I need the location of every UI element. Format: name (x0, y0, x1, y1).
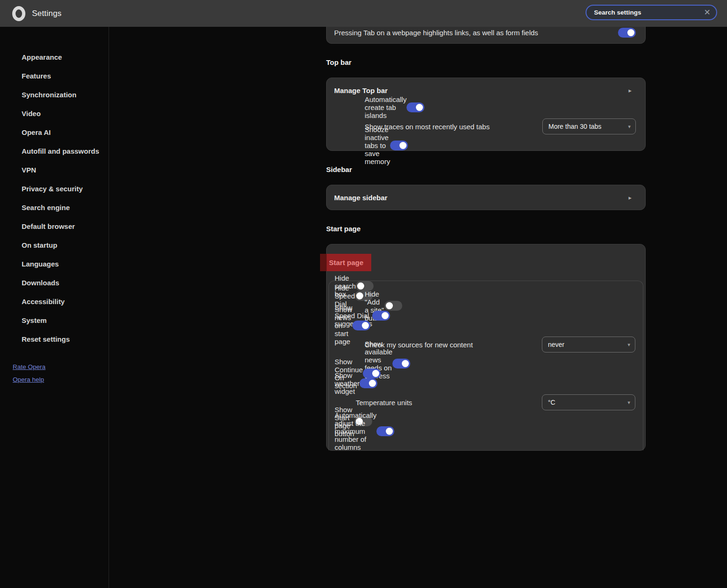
toggle-knob (382, 312, 389, 319)
caret-down-icon: ▾ (627, 400, 630, 406)
toggle-pressing-tab-on-a-webpage-highlights-links-as-well-as-form-fields[interactable] (618, 28, 636, 38)
select-value: More than 30 tabs (548, 123, 628, 130)
sidebar-item-synchronization[interactable]: Synchronization (0, 85, 109, 104)
sidebar-item-default-browser[interactable]: Default browser (0, 217, 109, 235)
sidebar-item-search-engine[interactable]: Search engine (0, 198, 109, 217)
row-manage-sidebar[interactable]: Manage sidebar▸ (327, 185, 645, 210)
toggle-knob (399, 142, 406, 149)
sidebar-item-opera-ai[interactable]: Opera AI (0, 123, 109, 141)
toggle-hide-add-a-site-button[interactable] (384, 301, 402, 311)
row-automatically-adjust-the-maximum-number-of-columns: Automatically adjust the maximum number … (329, 426, 347, 436)
toggle-show-speed-dial-suggestions[interactable] (372, 311, 390, 321)
row-show-news-on-start-page: Show news on start page (329, 321, 347, 330)
card-header-start-page: Start page (327, 244, 645, 281)
clear-search-icon[interactable]: ✕ (700, 8, 711, 16)
settings-search[interactable]: ✕ (586, 5, 717, 20)
sidebar: AppearanceFeaturesSynchronizationVideoOp… (0, 27, 109, 588)
settings-column: Pressing Tab on a webpage highlights lin… (326, 27, 646, 451)
sidebar-item-autofill-and-passwords[interactable]: Autofill and passwords (0, 141, 109, 160)
row-show-weather-widget: Show weather widget (329, 378, 347, 388)
sidebar-nav: AppearanceFeaturesSynchronizationVideoOp… (0, 47, 109, 348)
sidebar-item-languages[interactable]: Languages (0, 254, 109, 273)
page-title: Settings (32, 9, 62, 18)
card-sidebar: Manage sidebar▸ (326, 185, 646, 210)
toggle-show-available-news-feeds-on-address-bar[interactable] (392, 359, 410, 368)
sidebar-item-appearance[interactable]: Appearance (0, 47, 109, 66)
sidebar-item-privacy-security[interactable]: Privacy & security (0, 179, 109, 198)
sidebar-item-vpn[interactable]: VPN (0, 160, 109, 179)
chevron-right-icon: ▸ (628, 194, 632, 201)
toggle-show-continue-on-section[interactable] (363, 368, 381, 378)
sidebar-item-reset-settings[interactable]: Reset settings (0, 329, 109, 348)
toggle-show-weather-widget[interactable] (360, 378, 377, 388)
app-header: Settings ✕ (0, 0, 727, 27)
toggle-automatically-create-tab-islands[interactable] (406, 102, 424, 112)
caret-down-icon: ▾ (627, 342, 630, 348)
row-label: Manage sidebar (334, 194, 628, 202)
toggle-knob (362, 322, 369, 329)
toggle-knob (402, 360, 409, 367)
sidebar-links: Rate OperaOpera help (0, 363, 109, 383)
select-value: never (548, 341, 627, 348)
search-match-highlight: Start page (320, 254, 371, 271)
toggle-automatically-adjust-the-maximum-number-of-columns[interactable] (376, 426, 394, 436)
toggle-snooze-inactive-tabs-to-save-memory[interactable] (390, 141, 408, 150)
card-inner-group: Hide search boxHide Speed DialHide "Add … (328, 281, 643, 450)
chevron-right-icon: ▸ (628, 87, 632, 94)
row-pressing-tab-on-a-webpage-highlights-links-as-well-as-form-fields: Pressing Tab on a webpage highlights lin… (327, 27, 645, 43)
row-label: Automatically adjust the maximum number … (335, 411, 376, 451)
select-value: °C (548, 399, 627, 406)
toggle-knob (357, 282, 364, 290)
row-snooze-inactive-tabs-to-save-memory: Snooze inactive tabs to save memory (327, 141, 344, 150)
select-temperature-units[interactable]: °C▾ (542, 394, 635, 410)
row-label: Snooze inactive tabs to save memory (334, 125, 390, 165)
row-label: Automatically create tab islands (334, 95, 406, 119)
sidebar-item-accessibility[interactable]: Accessibility (0, 292, 109, 311)
link-rate-opera[interactable]: Rate Opera (13, 363, 109, 370)
row-label: Temperature units (335, 399, 542, 407)
row-label: Show weather widget (335, 371, 360, 395)
select-show-traces-on-most-recently-used-tabs[interactable]: More than 30 tabs▾ (542, 118, 636, 134)
link-opera-help[interactable]: Opera help (13, 376, 109, 383)
section-heading-top-bar: Top bar (326, 58, 646, 66)
select-check-my-sources-for-new-content[interactable]: never▾ (542, 337, 635, 353)
sidebar-item-system[interactable]: System (0, 311, 109, 329)
section-heading-sidebar: Sidebar (326, 165, 646, 173)
sidebar-item-features[interactable]: Features (0, 66, 109, 85)
card-top-bar: Manage Top bar▸Automatically create tab … (326, 78, 646, 151)
card-start-page: Start pageHide search boxHide Speed Dial… (326, 244, 646, 451)
caret-down-icon: ▾ (628, 124, 631, 130)
opera-logo-icon (12, 6, 25, 21)
card-tab-highlight: Pressing Tab on a webpage highlights lin… (326, 27, 646, 44)
toggle-knob (627, 29, 634, 36)
sidebar-item-on-startup[interactable]: On startup (0, 235, 109, 254)
row-automatically-create-tab-islands: Automatically create tab islands (327, 102, 344, 112)
section-heading-start-page: Start page (326, 225, 646, 233)
row-label: Manage Top bar (334, 86, 628, 94)
toggle-show-news-on-start-page[interactable] (352, 321, 370, 330)
toggle-knob (416, 104, 423, 111)
search-input[interactable] (594, 9, 700, 16)
toggle-knob (369, 380, 376, 387)
sidebar-item-video[interactable]: Video (0, 104, 109, 123)
toggle-knob (372, 370, 379, 377)
sidebar-item-downloads[interactable]: Downloads (0, 273, 109, 292)
row-label: Pressing Tab on a webpage highlights lin… (334, 29, 618, 37)
settings-content: Pressing Tab on a webpage highlights lin… (109, 27, 727, 588)
toggle-knob (386, 302, 393, 309)
toggle-knob (386, 428, 393, 435)
